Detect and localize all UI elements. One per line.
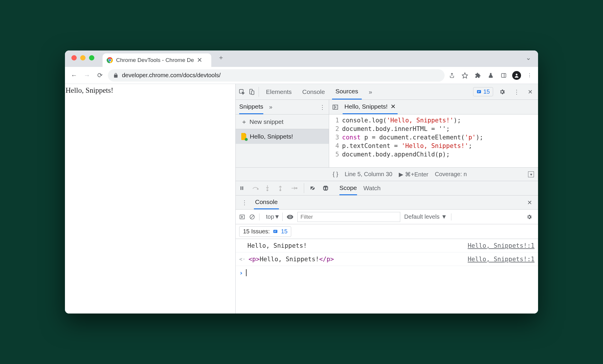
minimize-window-button[interactable] <box>80 55 86 60</box>
step-over-icon[interactable] <box>252 186 260 191</box>
close-devtools-button[interactable]: ✕ <box>525 88 535 95</box>
maximize-window-button[interactable] <box>89 55 94 60</box>
plus-icon: ＋ <box>241 118 247 126</box>
step-out-icon[interactable] <box>278 185 286 191</box>
browser-tab[interactable]: Chrome DevTools - Chrome De ✕ <box>103 53 211 67</box>
line-number: 3 <box>329 133 339 142</box>
code-line: document.body.innerHTML = ''; <box>342 125 538 133</box>
navigator-menu[interactable]: ⋮ <box>319 104 325 111</box>
forward-button[interactable]: → <box>82 70 92 80</box>
issues-chip[interactable]: 15 Issues: 15 <box>239 226 291 237</box>
tab-elements[interactable]: Elements <box>262 84 295 100</box>
svg-point-18 <box>296 187 297 189</box>
svg-line-24 <box>251 215 254 218</box>
url-toolbar: ← → ⟳ developer.chrome.com/docs/devtools… <box>65 67 538 84</box>
console-drawer-tab[interactable]: Console <box>254 196 279 209</box>
titlebar: Chrome DevTools - Chrome De ✕ ＋ ⌄ <box>65 50 538 67</box>
close-file-icon[interactable]: ✕ <box>391 103 396 110</box>
content-area: Hello, Snippets! Elements Console Source… <box>65 84 538 314</box>
address-bar[interactable]: developer.chrome.com/docs/devtools/ <box>108 69 445 82</box>
snippet-name: Hello, Snippets! <box>250 133 293 140</box>
console-prompt[interactable]: › <box>236 266 538 279</box>
profile-avatar[interactable] <box>512 71 521 80</box>
close-tab-button[interactable]: ✕ <box>197 56 202 64</box>
text-cursor <box>246 269 247 276</box>
separator <box>259 87 259 97</box>
svg-point-10 <box>245 138 248 141</box>
line-number: 4 <box>329 142 339 150</box>
device-toggle-icon[interactable] <box>249 89 255 95</box>
editor-file-name: Hello, Snippets! <box>344 103 388 110</box>
clear-console-icon[interactable] <box>249 214 255 220</box>
code-area[interactable]: 1 2 3 4 5 console.log('Hello, Snippets!'… <box>329 114 538 167</box>
return-arrow-icon: <· <box>239 256 249 262</box>
toggle-navigator-icon[interactable] <box>332 104 339 110</box>
scope-tab[interactable]: Scope <box>339 181 357 195</box>
deactivate-breakpoints-icon[interactable] <box>309 185 317 191</box>
chrome-menu-button[interactable]: ⋮ <box>525 71 534 80</box>
line-gutter: 1 2 3 4 5 <box>329 116 342 167</box>
watch-tab[interactable]: Watch <box>364 181 381 195</box>
tab-list-button[interactable]: ⌄ <box>526 54 531 62</box>
inspect-icon[interactable] <box>239 89 245 95</box>
devtools-menu[interactable]: ⋮ <box>511 88 522 95</box>
sources-body: Snippets » ⋮ ＋ New snippet Hello, Snippe <box>236 100 538 167</box>
svg-rect-8 <box>252 91 254 95</box>
run-snippet-button[interactable]: ▶ ⌘+Enter <box>399 171 428 178</box>
code-line: document.body.appendChild(p); <box>342 150 538 159</box>
tab-overflow[interactable]: » <box>365 84 376 100</box>
editor-statusbar: { } Line 5, Column 30 ▶ ⌘+Enter Coverage… <box>236 167 538 181</box>
drawer-menu[interactable]: ⋮ <box>239 199 250 206</box>
snippet-item[interactable]: Hello, Snippets! <box>236 129 329 144</box>
code-editor: Hello, Snippets! ✕ 1 2 3 4 5 <box>329 100 538 167</box>
chrome-favicon-icon <box>107 57 113 63</box>
url-text: developer.chrome.com/docs/devtools/ <box>122 72 221 79</box>
svg-point-17 <box>279 189 281 191</box>
console-log-row[interactable]: Hello, Snippets! Hello, Snippets!:1 <box>236 239 538 252</box>
page-text: Hello, Snippets! <box>66 86 113 94</box>
code-line: console.log('Hello, Snippets!'); <box>342 116 538 125</box>
pretty-print-icon[interactable]: { } <box>333 171 338 178</box>
issues-icon <box>273 229 278 234</box>
new-snippet-button[interactable]: ＋ New snippet <box>236 114 329 129</box>
back-button[interactable]: ← <box>69 70 79 80</box>
extensions-icon[interactable] <box>473 71 482 80</box>
pause-exceptions-icon[interactable] <box>322 185 330 191</box>
svg-rect-9 <box>477 90 481 93</box>
new-tab-button[interactable]: ＋ <box>218 53 224 62</box>
settings-button[interactable] <box>497 89 508 95</box>
console-sidebar-toggle-icon[interactable] <box>239 214 245 220</box>
log-html: <p>Hello, Snippets!</p> <box>249 256 334 263</box>
context-selector[interactable]: top ▼ <box>264 213 283 221</box>
bookmark-icon[interactable] <box>460 71 469 80</box>
statusbar-overflow-icon[interactable]: ▾ <box>528 171 534 177</box>
close-drawer-button[interactable]: ✕ <box>525 199 535 206</box>
console-return-row[interactable]: <· <p>Hello, Snippets!</p> Hello, Snippe… <box>236 252 538 266</box>
step-icon[interactable] <box>291 186 299 191</box>
new-snippet-label: New snippet <box>249 118 284 125</box>
navigator-overflow[interactable]: » <box>269 104 272 110</box>
sidepanel-icon[interactable] <box>499 71 508 80</box>
issues-indicator[interactable]: 15 <box>473 87 493 96</box>
log-source-link[interactable]: Hello, Snippets!:1 <box>468 256 535 263</box>
console-filter-input[interactable] <box>297 212 400 222</box>
reload-button[interactable]: ⟳ <box>95 70 105 80</box>
log-source-link[interactable]: Hello, Snippets!:1 <box>468 242 535 249</box>
log-levels-selector[interactable]: Default levels ▼ <box>404 213 447 220</box>
svg-rect-14 <box>242 186 243 190</box>
share-icon[interactable] <box>448 71 456 80</box>
tab-console[interactable]: Console <box>299 84 329 100</box>
svg-rect-3 <box>502 73 506 77</box>
close-window-button[interactable] <box>71 55 77 60</box>
step-into-icon[interactable] <box>265 185 273 191</box>
console-settings-icon[interactable] <box>524 214 535 220</box>
coverage-indicator[interactable]: Coverage: n <box>435 171 467 178</box>
pause-button[interactable] <box>239 186 247 191</box>
labs-icon[interactable] <box>486 71 495 80</box>
snippets-tab[interactable]: Snippets <box>239 100 263 114</box>
tab-sources[interactable]: Sources <box>332 84 362 100</box>
live-expression-icon[interactable] <box>287 215 293 219</box>
editor-file-tab[interactable]: Hello, Snippets! ✕ <box>343 100 398 114</box>
issues-icon <box>476 89 482 95</box>
devtools-panel: Elements Console Sources » 15 ⋮ ✕ Snippe… <box>235 84 538 314</box>
